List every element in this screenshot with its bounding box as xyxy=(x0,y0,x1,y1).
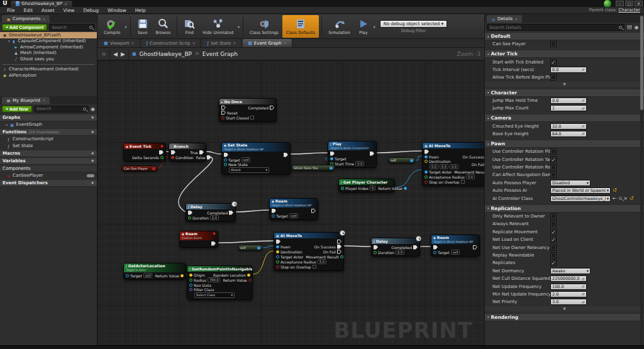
close-icon[interactable]: ✕ xyxy=(284,41,287,45)
graph-node-delay-2[interactable]: ƒDelayCompletedDuration2.0 xyxy=(371,238,420,257)
destination-pin[interactable] xyxy=(276,250,279,253)
close-icon[interactable]: ✕ xyxy=(514,17,518,21)
details-section-pawn[interactable]: ▾Pawn xyxy=(485,140,644,148)
details-section-rendering[interactable]: ▾Rendering xyxy=(485,313,644,321)
expand-icon[interactable]: ↕ xyxy=(580,284,586,289)
graph-node-roam-event[interactable]: ◆RoamCustom Event xyxy=(179,231,218,248)
duration-pin[interactable] xyxy=(374,251,377,254)
value-box[interactable]: self xyxy=(289,213,299,218)
play-button[interactable]: Play xyxy=(354,15,373,38)
completed-pin[interactable] xyxy=(229,211,233,215)
components-search-input[interactable] xyxy=(52,25,89,30)
reset-to-default-icon[interactable]: ↺ xyxy=(613,188,617,193)
stop-on-overlap-pin[interactable] xyxy=(276,265,279,269)
add-icon[interactable]: + xyxy=(91,130,94,135)
tree-item-mesh[interactable]: ♟Mesh (Inherited) xyxy=(0,50,97,57)
blueprint-item-constructionscript[interactable]: ƒConstructionScript xyxy=(0,136,97,143)
on-success-pin[interactable] xyxy=(337,245,341,249)
nav-data-pin[interactable] xyxy=(189,284,192,287)
hide-button[interactable]: Hide Unrelated xyxy=(199,15,237,38)
add-icon[interactable]: + xyxy=(91,180,94,186)
section-functions[interactable]: Functions(29 Overridable)+ xyxy=(0,128,97,136)
details-section-default[interactable]: ▾Default xyxy=(485,32,644,40)
target-pin[interactable] xyxy=(433,251,436,254)
section-expander[interactable]: ▼ xyxy=(485,306,644,311)
origin-pin[interactable] xyxy=(189,274,192,277)
checkbox[interactable] xyxy=(550,213,557,219)
stop-on-overlap-pin[interactable] xyxy=(425,180,428,184)
defaults-button[interactable]: Class Defaults xyxy=(282,15,319,38)
menu-file[interactable]: File xyxy=(3,8,19,13)
pin-checkbox[interactable] xyxy=(313,265,316,269)
output-pin[interactable] xyxy=(152,167,155,170)
close-button[interactable]: ✕ xyxy=(635,1,643,6)
breadcrumb-leaf[interactable]: Event Graph xyxy=(203,51,238,57)
checkbox[interactable] xyxy=(550,148,557,155)
menu-window[interactable]: Window xyxy=(103,8,131,13)
add-icon[interactable]: + xyxy=(91,158,94,163)
filter-class-pin[interactable] xyxy=(189,288,192,291)
completed-pin[interactable] xyxy=(270,106,274,110)
close-icon[interactable]: ✕ xyxy=(131,41,135,45)
checkbox[interactable] xyxy=(550,245,557,251)
variable-capsule-self-2[interactable]: self xyxy=(238,245,263,251)
variable-capsule-self-1[interactable]: self xyxy=(388,157,416,163)
menu-debug[interactable]: Debug xyxy=(79,8,103,13)
add-new-button[interactable]: + Add New xyxy=(2,106,32,113)
graph-node-delay-1[interactable]: ƒDelayCompletedDuration2.0 xyxy=(186,203,236,222)
exec-pin[interactable] xyxy=(311,209,316,213)
graph-node-play[interactable]: ƒPlayTarget is Audio ComponentTargetStar… xyxy=(328,141,377,168)
acceptance-radius-pin[interactable] xyxy=(425,175,428,179)
chevron-down-icon[interactable]: ▾ xyxy=(125,25,127,29)
target-actor-pin[interactable] xyxy=(425,170,428,174)
value-input[interactable]: 2.0↕ xyxy=(550,291,587,297)
checkbox[interactable] xyxy=(550,221,557,227)
graph-node-set-state[interactable]: ◆Set StateTarget is Ghost Hawkeye BPTarg… xyxy=(221,142,291,175)
pin-dropdown[interactable]: Select Class▾ xyxy=(194,292,235,298)
checkbox[interactable] xyxy=(550,172,557,178)
blueprint-item-set state[interactable]: ƒSet State xyxy=(0,143,97,150)
breadcrumb-root[interactable]: GhostHawkeye_BP xyxy=(140,51,192,57)
pin-checkbox[interactable] xyxy=(461,180,465,184)
details-section-replication[interactable]: ▾Replication xyxy=(485,204,644,213)
use-selected-icon[interactable]: ← xyxy=(613,196,617,201)
exec-pin[interactable] xyxy=(276,240,280,244)
new-state-pin[interactable] xyxy=(224,163,227,166)
reset-pin[interactable] xyxy=(221,111,226,115)
graph-node-event-tick[interactable]: ◆Event TickDelta Seconds xyxy=(123,143,166,162)
my-blueprint-panel-tab[interactable]: ▤ My Blueprint✕ xyxy=(2,97,50,104)
variable-capsule-can-see-player[interactable]: Can See Player xyxy=(121,165,158,172)
chevron-down-icon[interactable]: ▾ xyxy=(374,25,375,29)
graph-node-ai-moveto-2[interactable]: ▦AI MoveToPawnOn SuccessDestinationOn Fa… xyxy=(274,232,344,271)
vector-value-box[interactable]: 0.0 xyxy=(440,164,448,169)
exec-pin[interactable] xyxy=(374,245,378,250)
destination-pin[interactable] xyxy=(425,160,428,163)
value-box[interactable]: self xyxy=(451,250,460,255)
view-options-eye-icon[interactable]: ◉ xyxy=(635,25,639,30)
checkbox[interactable] xyxy=(550,252,557,258)
menu-edit[interactable]: Edit xyxy=(19,8,38,13)
expand-icon[interactable]: ↕ xyxy=(580,276,586,282)
pawn-pin[interactable] xyxy=(276,245,279,248)
forward-arrow-icon[interactable]: ▶ xyxy=(121,51,125,57)
exec-pin[interactable] xyxy=(433,245,438,250)
target-pin[interactable] xyxy=(272,214,275,218)
my-blueprint-search-input[interactable] xyxy=(36,106,83,111)
random-location-pin[interactable] xyxy=(247,274,250,277)
details-scrollbar[interactable] xyxy=(640,14,643,345)
value-box[interactable]: self xyxy=(242,157,251,162)
exec-pin[interactable] xyxy=(473,245,477,250)
expand-icon[interactable]: ↕ xyxy=(580,106,586,111)
exec-pin[interactable] xyxy=(330,152,335,156)
value-input[interactable]: 225000000.0↕ xyxy=(550,275,587,282)
exec-pin[interactable] xyxy=(221,106,226,110)
exec-pin[interactable] xyxy=(425,150,429,154)
return-value-pin[interactable] xyxy=(404,187,407,190)
expand-icon[interactable]: ↕ xyxy=(580,292,586,297)
player-index-pin[interactable] xyxy=(341,187,344,190)
checkbox[interactable]: ✓ xyxy=(550,260,557,266)
condition-pin[interactable] xyxy=(171,156,174,159)
components-panel-tab[interactable]: ▣ Components✕ xyxy=(2,15,50,23)
expand-icon[interactable]: ↕ xyxy=(580,67,586,73)
exec-pin[interactable] xyxy=(284,153,288,157)
